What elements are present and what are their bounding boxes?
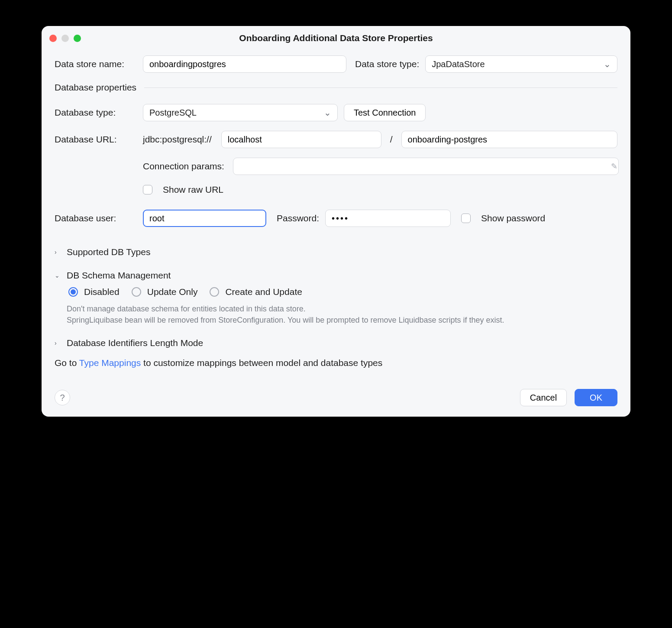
database-url-separator: / (388, 134, 395, 145)
schema-option-disabled[interactable]: Disabled (67, 287, 120, 297)
password-input[interactable] (325, 210, 451, 227)
database-type-value: PostgreSQL (149, 108, 197, 118)
schema-option-update-only[interactable]: Update Only (130, 287, 198, 297)
chevron-down-icon: ⌄ (324, 107, 331, 118)
show-password-checkbox[interactable] (461, 214, 471, 223)
database-properties-header: Database properties (55, 82, 617, 93)
database-user-input[interactable] (143, 210, 266, 227)
connection-params-input[interactable] (233, 158, 619, 175)
show-password-label: Show password (481, 213, 545, 223)
window-title: Onboarding Additional Data Store Propert… (239, 33, 433, 43)
dialog-content: Data store name: Data store type: JpaDat… (42, 50, 630, 417)
database-host-input[interactable] (221, 131, 381, 148)
type-mappings-hint: Go to Type Mappings to customize mapping… (55, 358, 617, 368)
maximize-window-icon[interactable] (74, 35, 81, 42)
database-url-prefix: jdbc:postgresql:// (143, 134, 215, 145)
connection-params-label: Connection params: (143, 161, 224, 172)
chevron-down-icon: ⌄ (604, 59, 611, 69)
chevron-down-icon: ⌄ (55, 272, 62, 279)
db-schema-management-label: DB Schema Management (67, 270, 171, 281)
cancel-button[interactable]: Cancel (520, 389, 567, 406)
test-connection-button[interactable]: Test Connection (344, 104, 426, 121)
minimize-window-icon (61, 35, 69, 42)
database-properties-body: Database type: PostgreSQL ⌄ Test Connect… (55, 104, 617, 227)
titlebar: Onboarding Additional Data Store Propert… (42, 26, 630, 50)
database-type-select[interactable]: PostgreSQL ⌄ (143, 104, 338, 121)
data-store-type-select[interactable]: JpaDataStore ⌄ (425, 55, 617, 73)
database-type-label: Database type: (55, 107, 137, 118)
chevron-right-icon: › (55, 340, 62, 346)
schema-help-line-2: SpringLiquibase bean will be removed fro… (67, 314, 617, 326)
supported-db-types-label: Supported DB Types (67, 247, 150, 257)
schema-option-update-only-label: Update Only (147, 287, 198, 297)
schema-help-line-1: Don't manage database schema for entitie… (67, 303, 617, 314)
show-raw-url-label: Show raw URL (163, 185, 223, 195)
data-store-name-row: Data store name: Data store type: JpaDat… (55, 55, 617, 73)
database-url-label: Database URL: (55, 134, 137, 145)
dialog-bottom-bar: ? Cancel OK (55, 389, 617, 406)
type-mappings-link[interactable]: Type Mappings (79, 358, 141, 368)
schema-management-options: Disabled Update Only Create and Update (67, 287, 617, 297)
show-raw-url-checkbox[interactable] (143, 185, 152, 194)
hint-post: to customize mappings between model and … (141, 358, 382, 368)
password-label: Password: (277, 213, 319, 223)
data-store-type-value: JpaDataStore (432, 59, 485, 69)
identifiers-length-mode-label: Database Identifiers Length Mode (67, 338, 203, 348)
window-controls (49, 35, 81, 42)
data-store-name-input[interactable] (143, 55, 346, 73)
hint-pre: Go to (55, 358, 79, 368)
supported-db-types-disclosure[interactable]: › Supported DB Types (55, 247, 617, 257)
database-properties-title: Database properties (55, 82, 142, 93)
radio-icon (68, 287, 78, 297)
schema-option-disabled-label: Disabled (84, 287, 120, 297)
close-window-icon[interactable] (49, 35, 57, 42)
radio-icon (210, 287, 219, 297)
ok-button[interactable]: OK (575, 389, 617, 406)
schema-option-create-update-label: Create and Update (225, 287, 302, 297)
dialog-window: Onboarding Additional Data Store Propert… (42, 26, 630, 417)
db-schema-management-disclosure[interactable]: ⌄ DB Schema Management (55, 270, 617, 281)
data-store-type-label: Data store type: (355, 59, 419, 69)
data-store-name-label: Data store name: (55, 59, 137, 69)
identifiers-length-mode-disclosure[interactable]: › Database Identifiers Length Mode (55, 338, 617, 348)
database-user-label: Database user: (55, 213, 137, 223)
chevron-right-icon: › (55, 249, 62, 256)
radio-icon (132, 287, 141, 297)
help-icon[interactable]: ? (55, 390, 70, 405)
database-name-input[interactable] (401, 131, 617, 148)
schema-option-create-update[interactable]: Create and Update (208, 287, 302, 297)
